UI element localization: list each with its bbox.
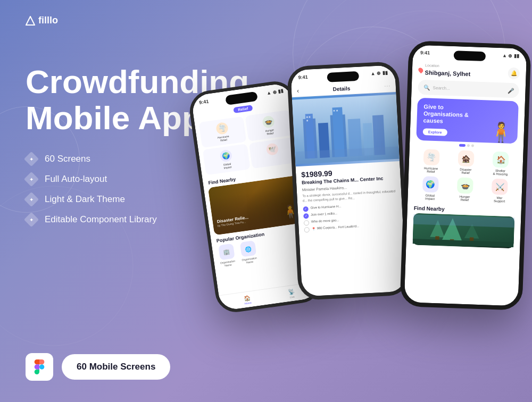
org-logo-1: 🏢 bbox=[218, 244, 235, 261]
rp-cat-disaster: 🏚️ DisasterRelief bbox=[450, 150, 482, 175]
svg-rect-16 bbox=[306, 120, 308, 121]
rp-cat-war: ⚔️ WarSupport bbox=[484, 178, 516, 203]
cat-hunger: 🍲 HungerRelief bbox=[245, 110, 293, 141]
location-icon: 📍 bbox=[311, 227, 315, 230]
svg-rect-14 bbox=[306, 116, 308, 118]
cat-label-global: GlobalImpact bbox=[223, 162, 232, 170]
dot-2 bbox=[467, 144, 470, 147]
banner-figure-icon: 🧍 bbox=[489, 121, 513, 144]
search-placeholder: Search... bbox=[433, 85, 450, 90]
rp-cat-hurricane: 🌪️ HurricaneRelief bbox=[415, 149, 447, 174]
rp-cat-name-hunger: HungerRelief bbox=[459, 195, 470, 202]
rp-cat-icon-global: 🌍 bbox=[422, 176, 439, 192]
check-label-2: Join over 1 millio... bbox=[311, 212, 337, 216]
cat-label-hurricane: HurricaneRelief bbox=[218, 135, 230, 143]
rp-cat-icon-shelter: 🏠 bbox=[493, 152, 509, 168]
cat-icon-war: 🕊️ bbox=[265, 143, 279, 156]
nav-live-label: Live bbox=[289, 295, 295, 298]
dot-1 bbox=[459, 144, 466, 147]
check-circle-3 bbox=[304, 220, 310, 226]
rp-cat-name-disaster: DisasterRelief bbox=[460, 168, 471, 175]
notification-button[interactable]: 🔔 bbox=[508, 67, 520, 79]
rp-cat-global: 🌍 GlobalImpact bbox=[414, 176, 446, 201]
diamond-icon-3 bbox=[24, 192, 39, 207]
rp-cat-name-war: WarSupport bbox=[494, 196, 505, 203]
org-item-2: 🌐 Organisation Name bbox=[238, 240, 260, 265]
back-button-icon[interactable]: ‹ bbox=[297, 87, 300, 95]
phones-mockup-container: 9:41 ▲ ⊕ ▮▮ Relief 🌪️ HurricaneRelief 🍲 … bbox=[192, 11, 532, 393]
home-nav-icon: 🏠 bbox=[244, 295, 251, 302]
check-label-3: Who do more goo... bbox=[311, 219, 339, 223]
screens-count-label: 60 Mobile Screens bbox=[77, 362, 155, 372]
diamond-icon-2 bbox=[24, 172, 39, 187]
dot-3 bbox=[471, 144, 474, 147]
nav-live: 📡 Live bbox=[288, 288, 295, 298]
live-nav-icon: 📡 bbox=[288, 288, 295, 295]
org-name-2: Organisation Name bbox=[240, 256, 259, 265]
rp-cat-name-shelter: Shelter& Housing bbox=[493, 169, 508, 176]
cat-icon-hurricane: 🌪️ bbox=[215, 122, 229, 135]
svg-marker-4 bbox=[26, 16, 35, 25]
feature-icon-theme bbox=[26, 194, 37, 205]
rp-cat-hunger: 🍲 HungerRelief bbox=[449, 177, 481, 202]
cat-global: 🌍 GlobalImpact bbox=[203, 144, 251, 175]
phone-right-mockup: 9:41 ▲ ⊕ ▮▮ Location Shibganj, Sylhet bbox=[400, 40, 531, 311]
header-spacer: ⋯ bbox=[384, 82, 390, 90]
diamond-icon-4 bbox=[24, 212, 39, 227]
cat-hurricane: 🌪️ HurricaneRelief bbox=[199, 116, 247, 148]
feature-label-components: Editable Component Library bbox=[45, 214, 157, 225]
phone-middle-mockup: 9:41 ▲ ⊕ ▮▮ ‹ Details ⋯ bbox=[287, 61, 411, 300]
nav-home: 🏠 Home bbox=[243, 295, 252, 305]
screens-count-badge: 60 Mobile Screens bbox=[62, 354, 170, 380]
feature-label-theme: Light & Dark Theme bbox=[45, 194, 125, 205]
phone-middle-notch bbox=[327, 71, 359, 82]
location-pin-icon bbox=[418, 66, 425, 73]
phone-middle-content: $1989.99 Breaking The Chains M... Center… bbox=[295, 161, 403, 237]
check-label-1: Give to Hurricane H... bbox=[310, 204, 341, 209]
feature-label-screens: 60 Screens bbox=[45, 154, 90, 164]
phone-right-categories-grid: 🌪️ HurricaneRelief 🏚️ DisasterRelief 🏠 S… bbox=[408, 146, 523, 206]
details-title: Details bbox=[302, 83, 381, 94]
explore-button[interactable]: Explore bbox=[423, 128, 447, 136]
phone-right-nearby-image bbox=[412, 213, 514, 249]
location-text: 980 Corpora... Fort Lauderd... bbox=[317, 224, 359, 230]
search-bar[interactable]: 🔍 Search... 🎤 bbox=[418, 80, 519, 98]
cat-label-hunger: HungerRelief bbox=[265, 128, 275, 136]
hero-svg bbox=[292, 92, 400, 166]
location-info: Location Shibganj, Sylhet bbox=[418, 63, 470, 78]
cat-war: 🕊️ bbox=[249, 137, 297, 169]
feature-icon-components bbox=[26, 214, 37, 225]
rp-cat-icon-war: ⚔️ bbox=[492, 179, 508, 195]
check-circle-2: ✓ bbox=[303, 213, 309, 219]
search-icon: 🔍 bbox=[423, 85, 430, 90]
svg-rect-18 bbox=[336, 110, 338, 112]
figma-logo-icon bbox=[32, 359, 47, 374]
check-circle-1: ✓ bbox=[303, 206, 309, 212]
feature-icon-autolayout bbox=[26, 173, 37, 185]
org-name-1: Organisation Name bbox=[218, 259, 237, 268]
bottom-badges-area: 60 Mobile Screens bbox=[26, 353, 170, 381]
logo-text: filllo bbox=[38, 15, 58, 26]
diamond-icon bbox=[24, 152, 39, 166]
location-city: Shibganj, Sylhet bbox=[425, 69, 471, 77]
figma-badge bbox=[26, 353, 53, 381]
feature-icon-screens bbox=[26, 153, 37, 165]
svg-rect-26 bbox=[470, 237, 474, 241]
feature-label-autolayout: Full Auto-layout bbox=[45, 174, 107, 185]
nav-home-label: Home bbox=[244, 300, 252, 305]
status-time: 9:41 bbox=[420, 50, 430, 56]
svg-rect-17 bbox=[334, 110, 335, 112]
phone-right-screen: 9:41 ▲ ⊕ ▮▮ Location Shibganj, Sylhet bbox=[404, 45, 527, 306]
banner-title: Give to Organisations & causes bbox=[423, 103, 477, 126]
rp-cat-icon-hurricane: 🌪️ bbox=[423, 149, 439, 165]
nearby-image-svg bbox=[412, 213, 514, 249]
cat-icon-hunger: 🍲 bbox=[262, 115, 275, 129]
microphone-icon: 🎤 bbox=[507, 87, 513, 93]
org-logo-2: 🌐 bbox=[239, 240, 256, 257]
campaign-checklist: ✓ Give to Hurricane H... ✓ Join over 1 m… bbox=[303, 202, 397, 232]
phone-middle-hero-image bbox=[292, 92, 400, 166]
location-item: 📍 980 Corpora... Fort Lauderd... bbox=[311, 224, 359, 231]
svg-rect-15 bbox=[309, 116, 310, 118]
phone-right-notch bbox=[454, 51, 486, 61]
rp-cat-icon-hunger: 🍲 bbox=[457, 177, 473, 194]
